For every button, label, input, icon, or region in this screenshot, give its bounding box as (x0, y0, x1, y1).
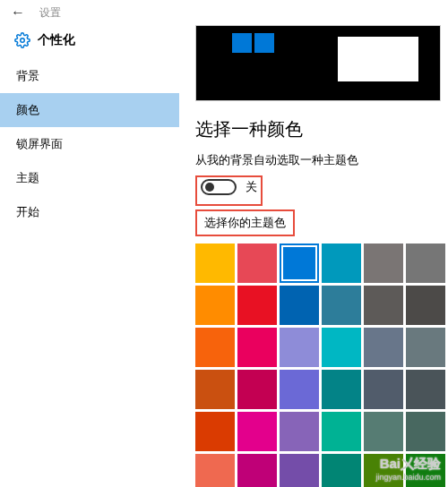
color-swatch[interactable] (280, 244, 319, 283)
color-swatch[interactable] (195, 412, 235, 451)
color-swatch[interactable] (237, 244, 277, 283)
color-swatch[interactable] (364, 244, 403, 283)
preview-tile (254, 33, 274, 53)
content-area: 选择一种颜色 从我的背景自动选取一种主题色 关 选择你的主题色 (179, 25, 448, 487)
highlight-toggle: 关 (195, 175, 263, 206)
color-swatch[interactable] (364, 454, 403, 487)
color-swatch[interactable] (237, 412, 277, 451)
color-swatch[interactable] (322, 454, 361, 487)
color-grid (195, 244, 441, 487)
color-swatch[interactable] (322, 370, 361, 409)
preview-window (338, 37, 418, 81)
color-swatch[interactable] (406, 370, 445, 409)
color-swatch[interactable] (406, 412, 445, 451)
color-swatch[interactable] (280, 286, 319, 325)
gear-icon (14, 32, 30, 48)
color-swatch[interactable] (322, 328, 361, 367)
choose-color-label: 选择你的主题色 (195, 209, 295, 236)
color-swatch[interactable] (280, 412, 319, 451)
color-swatch[interactable] (237, 328, 277, 367)
color-swatch[interactable] (237, 370, 277, 409)
color-swatch[interactable] (322, 286, 361, 325)
color-swatch[interactable] (322, 244, 361, 283)
auto-pick-toggle[interactable] (201, 179, 237, 195)
sidebar-item-0[interactable]: 背景 (0, 59, 179, 93)
sidebar-header: 个性化 (0, 25, 179, 59)
toggle-state-label: 关 (246, 179, 257, 195)
auto-pick-label: 从我的背景自动选取一种主题色 (195, 152, 441, 168)
color-swatch[interactable] (195, 370, 235, 409)
color-swatch[interactable] (195, 286, 235, 325)
preview-taskbar (196, 90, 440, 100)
toggle-knob (205, 183, 214, 192)
color-swatch[interactable] (322, 412, 361, 451)
sidebar-item-4[interactable]: 开始 (0, 195, 179, 229)
color-swatch[interactable] (364, 286, 403, 325)
window-title: 设置 (39, 5, 61, 21)
preview-box (195, 25, 441, 101)
back-button[interactable]: ← (0, 0, 36, 25)
color-swatch[interactable] (406, 244, 445, 283)
preview-tile (232, 33, 252, 53)
color-swatch[interactable] (406, 286, 445, 325)
color-swatch[interactable] (406, 454, 445, 487)
color-swatch[interactable] (237, 454, 277, 487)
sidebar: 个性化 背景颜色锁屏界面主题开始 (0, 25, 179, 487)
color-swatch[interactable] (364, 370, 403, 409)
sidebar-title: 个性化 (38, 32, 75, 48)
color-swatch[interactable] (364, 412, 403, 451)
color-swatch[interactable] (195, 244, 235, 283)
sidebar-item-3[interactable]: 主题 (0, 161, 179, 195)
svg-point-0 (21, 38, 25, 43)
color-swatch[interactable] (280, 328, 319, 367)
color-swatch[interactable] (406, 328, 445, 367)
sidebar-item-2[interactable]: 锁屏界面 (0, 127, 179, 161)
color-swatch[interactable] (280, 454, 319, 487)
color-swatch[interactable] (364, 328, 403, 367)
color-swatch[interactable] (237, 286, 277, 325)
section-title: 选择一种颜色 (195, 117, 441, 141)
back-arrow-icon: ← (11, 4, 25, 21)
sidebar-item-1[interactable]: 颜色 (0, 93, 179, 127)
color-swatch[interactable] (195, 328, 235, 367)
color-swatch[interactable] (195, 454, 235, 487)
color-swatch[interactable] (280, 370, 319, 409)
